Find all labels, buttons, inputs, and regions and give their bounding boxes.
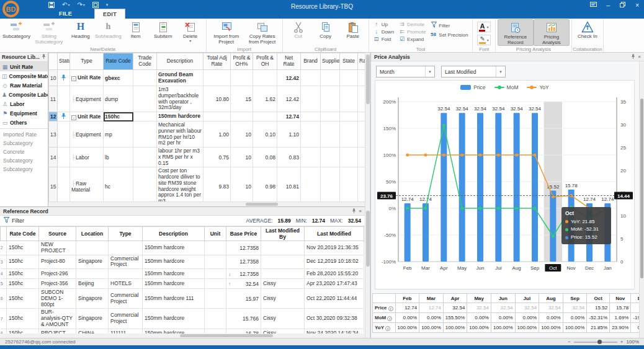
window-switch-icon[interactable]	[92, 2, 99, 8]
grid-column-header[interactable]: Supplier	[321, 53, 340, 70]
ref-horizontal-scrollbar[interactable]	[0, 334, 365, 338]
grid-cell[interactable]	[253, 112, 277, 121]
reference-row[interactable]: 4150hcProject-296150mm hardcore↓12.7358F…	[1, 269, 364, 279]
ref-vscroll-thumb[interactable]	[366, 211, 370, 267]
price-panel-scrollbar[interactable]	[639, 61, 644, 338]
field-dropdown[interactable]: Last Modified ▼	[441, 66, 506, 77]
ref-column-header[interactable]: Unit	[205, 227, 226, 241]
reference-row[interactable]: 7150hcBUR-analysis-QTY & AMOUNTSingapore…	[1, 309, 364, 329]
ref-cell[interactable]: ↑32.54	[226, 279, 261, 289]
grid-column-header[interactable]: Status	[58, 53, 70, 70]
grid-cell[interactable]	[321, 148, 340, 167]
highlight-color-button[interactable]: ✎▾	[477, 35, 490, 45]
grid-cell[interactable]	[301, 121, 321, 148]
grid-hscroll-thumb[interactable]	[246, 203, 278, 206]
zoom-in-button[interactable]: +	[620, 339, 624, 345]
reference-row[interactable]: 2150hcNEW PROJECT150mm hardcore12.7358No…	[1, 241, 364, 255]
tab-file[interactable]: FILE	[51, 9, 80, 19]
info-icon[interactable]: i	[387, 316, 392, 321]
grid-cell[interactable]	[321, 70, 340, 86]
panel-close-icon[interactable]: ×	[359, 208, 362, 214]
grid-vscroll-thumb[interactable]	[366, 55, 370, 104]
cut-button[interactable]: Cut	[285, 19, 312, 39]
grid-cell[interactable]: mp	[104, 121, 133, 148]
ref-cell[interactable]: Oct 30,2020 09:32:38	[305, 309, 364, 329]
grid-column-header[interactable]: Description	[157, 53, 203, 70]
ref-cell[interactable]: 150hc	[7, 309, 39, 329]
grid-cell[interactable]	[133, 70, 157, 86]
grid-cell[interactable]: -Unit Rate	[70, 112, 104, 121]
expand-button[interactable]: ☑Expand	[399, 37, 426, 42]
grid-cell[interactable]: hc	[104, 167, 133, 201]
grid-cell[interactable]: 150hc	[104, 112, 133, 121]
grid-cell[interactable]	[231, 112, 253, 121]
grid-cell[interactable]	[58, 86, 70, 112]
ref-cell[interactable]	[109, 269, 143, 279]
sidebar-item-composite-labor[interactable]: ♟Composite Labor	[0, 90, 48, 99]
grid-row-10[interactable]: 10-Unit RategbexcGround Beam Excavation1…	[49, 70, 365, 86]
ref-cell[interactable]	[205, 255, 226, 269]
ref-column-header[interactable]: Base Price	[226, 227, 261, 241]
ref-cell[interactable]: Project-356	[39, 279, 76, 289]
grid-cell[interactable]	[231, 70, 253, 86]
sidebar-subitem[interactable]: Subcategory	[0, 139, 48, 148]
subitem-button[interactable]: Subitem	[150, 19, 177, 39]
minimize-button[interactable]: –	[607, 2, 610, 9]
ref-cell[interactable]: HOTELS	[109, 279, 143, 289]
ref-cell[interactable]: 150mm hardcore	[143, 279, 205, 289]
legend-item-mom[interactable]: MoM	[494, 84, 519, 91]
item-button[interactable]: Item	[122, 19, 150, 39]
ref-cell[interactable]: Commercial Project	[109, 289, 143, 309]
grid-cell[interactable]	[340, 121, 358, 148]
grid-cell[interactable]	[133, 148, 157, 167]
legend-item-price[interactable]: Price	[460, 84, 485, 91]
grid-cell[interactable]: 10.81	[277, 167, 301, 201]
ref-cell[interactable]: Nov 20,2019 21:36:35	[305, 241, 364, 255]
period-dropdown[interactable]: Month ▼	[376, 66, 435, 77]
grid-cell[interactable]: 12.74	[277, 112, 301, 121]
panel-pin-icon[interactable]	[352, 208, 356, 214]
demote-button[interactable]: ⇉Demote	[399, 22, 426, 27]
sidebar-item-labor[interactable]: ♙Labor	[0, 99, 48, 108]
grid-cell[interactable]	[301, 86, 321, 112]
delete-button[interactable]: Delete ▾	[177, 19, 204, 43]
ref-cell[interactable]: Singapore	[76, 289, 109, 309]
grid-cell[interactable]: ├Equipment	[70, 86, 104, 112]
reference-row[interactable]: 3150hcProject-80SingaporeCommercial Proj…	[1, 255, 364, 269]
grid-cell[interactable]: Mechanical punner with labour RM10 per h…	[157, 121, 203, 148]
ref-cell[interactable]: 150hc	[7, 269, 39, 279]
ref-column-header[interactable]: Last Modified By	[261, 227, 305, 241]
grid-cell[interactable]	[358, 167, 365, 201]
grid-column-header[interactable]: Rate Code	[104, 53, 133, 70]
ref-cell[interactable]: 4	[1, 269, 7, 279]
grid-cell[interactable]: 11	[49, 86, 58, 112]
grid-row-12[interactable]: 12-Unit Rate150hc150mm hardcore12.74	[49, 112, 365, 121]
sidebar-subitem[interactable]: Imported Rate	[0, 130, 48, 139]
ref-cell[interactable]: 12.7358	[226, 255, 261, 269]
grid-cell[interactable]	[301, 167, 321, 201]
grid-cell[interactable]: Cost per ton hardcore diliver to site RM…	[157, 167, 203, 201]
ref-cell[interactable]	[109, 241, 143, 255]
ref-column-header[interactable]	[1, 227, 7, 241]
grid-row-13[interactable]: 13├EquipmentmpMechanical punner with lab…	[49, 121, 365, 148]
grid-cell[interactable]	[58, 112, 70, 121]
grid-cell[interactable]	[321, 112, 340, 121]
font-color-button[interactable]: A▾	[477, 22, 490, 32]
ref-cell[interactable]	[205, 309, 226, 329]
grid-cell[interactable]: ├Equipment	[70, 121, 104, 148]
grid-cell[interactable]	[340, 148, 358, 167]
grid-cell[interactable]: 12.42	[277, 86, 301, 112]
ref-column-header[interactable]: Description	[143, 227, 205, 241]
grid-column-header[interactable]: Type	[70, 53, 104, 70]
fold-button[interactable]: ⊡Fold	[373, 37, 394, 42]
grid-cell[interactable]: gbexc	[104, 70, 133, 86]
sidebar-subitem[interactable]: Subcategory	[0, 165, 48, 174]
ref-cell[interactable]: 150mm hardcore	[143, 255, 205, 269]
sidebar-item-composite-material[interactable]: ◫Composite Material	[0, 71, 48, 81]
panel-pin-icon[interactable]	[631, 54, 635, 60]
grid-cell[interactable]: lb	[104, 148, 133, 167]
legend-item-yoy[interactable]: YoY	[527, 84, 548, 91]
ref-cell[interactable]: Project-296	[39, 269, 76, 279]
ref-cell[interactable]: 5	[1, 279, 7, 289]
ref-cell[interactable]: 150hc	[7, 289, 39, 309]
